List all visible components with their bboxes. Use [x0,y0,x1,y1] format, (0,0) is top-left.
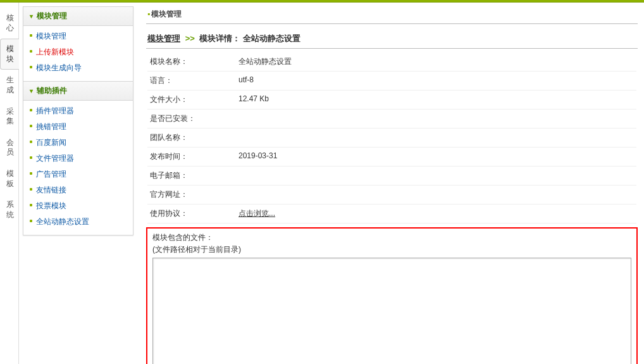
files-textarea[interactable] [152,258,631,364]
vtab-core[interactable]: 核心 [0,8,19,39]
value-installed [238,113,634,124]
sidebar-section-plugins[interactable]: ▾ 辅助插件 [23,81,133,101]
main-panel: ▪模块管理 模块管理 >> 模块详情： 全站动静态设置 模块名称：全站动静态设置… [133,3,644,364]
sidebar-list-plugins: 插件管理器 挑错管理 百度新闻 文件管理器 广告管理 友情链接 投票模块 全站动… [23,101,133,235]
value-pub-date: 2019-03-31 [238,151,634,162]
files-label: 模块包含的文件： [152,232,631,244]
value-license-link[interactable]: 点击浏览... [238,208,634,219]
sidebar-section-title: 模块管理 [37,11,67,22]
vertical-tab-bar: 核心 模块 生成 采集 会员 模板 系统 [0,3,19,364]
value-email [238,170,634,181]
sidebar-item-friend-link[interactable]: 友情链接 [23,182,133,198]
breadcrumb-detail-label: 模块详情： [199,34,240,43]
value-module-name: 全站动静态设置 [238,56,634,67]
files-note: (文件路径相对于当前目录) [152,244,631,258]
files-highlight-box: 模块包含的文件： (文件路径相对于当前目录) [146,227,638,364]
sidebar-list-module-mgmt: 模块管理 上传新模块 模块生成向导 [23,26,133,81]
sidebar-item-file-manager[interactable]: 文件管理器 [23,151,133,166]
label-email: 电子邮箱： [150,170,238,181]
label-team: 团队名称： [150,132,238,143]
sidebar-item-module-wizard[interactable]: 模块生成向导 [23,60,133,76]
label-pub-date: 发布时间： [150,151,238,162]
sidebar-item-vote-module[interactable]: 投票模块 [23,198,133,214]
breadcrumb-root[interactable]: 模块管理 [147,34,180,43]
label-file-size: 文件大小： [150,94,238,105]
sidebar-item-static-setting[interactable]: 全站动静态设置 [23,214,133,230]
vtab-module[interactable]: 模块 [0,39,19,70]
breadcrumb-sep: >> [183,34,197,43]
vtab-generate[interactable]: 生成 [0,70,19,101]
breadcrumb-detail-name: 全站动静态设置 [243,34,300,43]
label-installed: 是否已安装： [150,113,238,124]
label-language: 语言： [150,75,238,86]
vtab-system[interactable]: 系统 [0,194,19,225]
breadcrumb: 模块管理 >> 模块详情： 全站动静态设置 [146,24,638,49]
panel-title-bar: ▪模块管理 [146,6,638,24]
bullet-icon: ▪ [147,9,150,18]
label-module-name: 模块名称： [150,56,238,67]
sidebar: ▾ 模块管理 模块管理 上传新模块 模块生成向导 ▾ 辅助插件 插件管理器 挑错… [23,6,133,235]
vtab-member[interactable]: 会员 [0,132,19,163]
sidebar-item-upload-module[interactable]: 上传新模块 [23,44,133,60]
vtab-collect[interactable]: 采集 [0,101,19,132]
label-website: 官方网址： [150,189,238,200]
sidebar-item-error-report[interactable]: 挑错管理 [23,119,133,135]
sidebar-section-module-mgmt[interactable]: ▾ 模块管理 [23,7,133,26]
sidebar-item-baidu-news[interactable]: 百度新闻 [23,135,133,151]
module-details: 模块名称：全站动静态设置 语言：utf-8 文件大小：12.47 Kb 是否已安… [146,49,638,223]
value-file-size: 12.47 Kb [238,94,634,105]
panel-title: 模块管理 [151,9,182,18]
value-team [238,132,634,143]
value-language: utf-8 [238,75,634,86]
vtab-template[interactable]: 模板 [0,163,19,194]
chevron-down-icon: ▾ [30,13,33,20]
label-license: 使用协议： [150,208,238,219]
value-website [238,189,634,200]
sidebar-item-ad-manage[interactable]: 广告管理 [23,166,133,182]
sidebar-item-module-manage[interactable]: 模块管理 [23,28,133,44]
sidebar-item-plugin-manager[interactable]: 插件管理器 [23,103,133,119]
chevron-down-icon: ▾ [30,87,33,94]
sidebar-section-title: 辅助插件 [37,85,67,96]
